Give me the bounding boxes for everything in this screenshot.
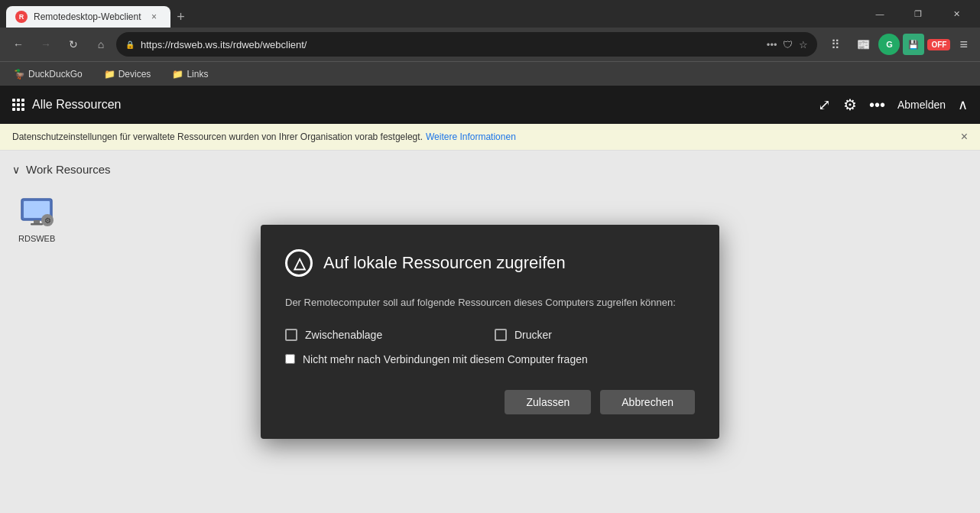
expand-icon[interactable]: ⤢ (818, 96, 831, 114)
bookmark-duckduckgo[interactable]: 🦆 DuckDuckGo (9, 67, 87, 81)
save-button[interactable]: 💾 (903, 34, 924, 55)
allow-button[interactable]: Zulassen (505, 390, 591, 414)
back-button[interactable]: ← (6, 32, 31, 57)
app-title: Alle Ressourcen (32, 98, 122, 112)
settings-icon[interactable]: ⚙ (843, 96, 857, 114)
forward-button[interactable]: → (34, 32, 58, 57)
remember-label: Nicht mehr nach Verbindungen mit diesem … (303, 353, 588, 365)
more-icon[interactable]: ••• (869, 96, 885, 114)
address-text: https://rdsweb.ws.its/rdweb/webclient/ (141, 39, 761, 50)
checkbox-group: Zwischenablage Drucker (285, 329, 695, 341)
printer-checkbox[interactable] (495, 329, 507, 341)
remember-checkbox[interactable] (285, 354, 295, 364)
vpn-button[interactable]: OFF (927, 39, 950, 50)
address-bar[interactable]: 🔒 https://rdsweb.ws.its/rdweb/webclient/… (116, 32, 817, 57)
bookmark-label: DuckDuckGo (28, 69, 83, 80)
banner-close-button[interactable]: × (961, 130, 968, 144)
browser-menu-button[interactable]: ≡ (953, 34, 974, 56)
dialog: △ Auf lokale Ressourcen zugreifen Der Re… (261, 225, 719, 439)
grid-menu-icon[interactable] (12, 99, 24, 111)
main-area: ∨ Work Resources ⚙ (0, 151, 980, 513)
checkbox-clipboard[interactable]: Zwischenablage (285, 329, 485, 341)
dialog-buttons: Zulassen Abbrechen (285, 390, 695, 414)
minimize-button[interactable]: — (862, 2, 897, 26)
links-folder-icon: 📁 (172, 69, 183, 80)
clipboard-checkbox[interactable] (285, 329, 297, 341)
checkbox-printer[interactable]: Drucker (495, 329, 695, 341)
extensions-button[interactable]: ⠿ (823, 32, 848, 57)
bookmark-label: Links (187, 69, 208, 80)
tab-title: Remotedesktop-Webclient (34, 11, 141, 22)
checkbox-remember[interactable]: Nicht mehr nach Verbindungen mit diesem … (285, 353, 695, 365)
warning-icon: △ (285, 249, 313, 277)
banner-text: Datenschutzeinstellungen für verwaltete … (12, 131, 423, 142)
browser-tab[interactable]: R Remotedesktop-Webclient × (6, 6, 170, 28)
reader-button[interactable]: 📰 (851, 32, 875, 57)
profile-button[interactable]: G (878, 34, 900, 55)
dialog-title: △ Auf lokale Ressourcen zugreifen (285, 249, 695, 277)
new-tab-button[interactable]: + (170, 6, 192, 28)
clipboard-label: Zwischenablage (305, 329, 382, 341)
bookmark-devices[interactable]: 📁 Devices (99, 67, 156, 81)
maximize-button[interactable]: ❐ (900, 2, 936, 26)
tab-favicon: R (15, 11, 28, 23)
bookmark-links[interactable]: 📁 Links (167, 67, 213, 81)
logout-button[interactable]: Abmelden (897, 99, 946, 111)
info-banner: Datenschutzeinstellungen für verwaltete … (0, 124, 980, 151)
dialog-overlay: △ Auf lokale Ressourcen zugreifen Der Re… (0, 151, 980, 513)
banner-link[interactable]: Weitere Informationen (426, 131, 516, 142)
collapse-icon[interactable]: ∧ (958, 96, 968, 113)
more-options-icon[interactable]: ••• (767, 39, 777, 50)
duckduckgo-icon: 🦆 (14, 69, 25, 80)
home-button[interactable]: ⌂ (89, 32, 113, 57)
bookmark-label: Devices (118, 69, 151, 80)
tab-close-button[interactable]: × (148, 10, 161, 24)
dialog-description: Der Remotecomputer soll auf folgende Res… (285, 295, 695, 310)
devices-folder-icon: 📁 (104, 69, 115, 80)
cancel-button[interactable]: Abbrechen (600, 390, 695, 414)
secure-icon: 🔒 (125, 41, 135, 49)
bookmark-star-icon[interactable]: ☆ (799, 39, 808, 50)
shield-icon[interactable]: 🛡 (783, 39, 793, 50)
reload-button[interactable]: ↻ (61, 32, 86, 57)
close-button[interactable]: ✕ (939, 2, 974, 26)
printer-label: Drucker (514, 329, 552, 341)
